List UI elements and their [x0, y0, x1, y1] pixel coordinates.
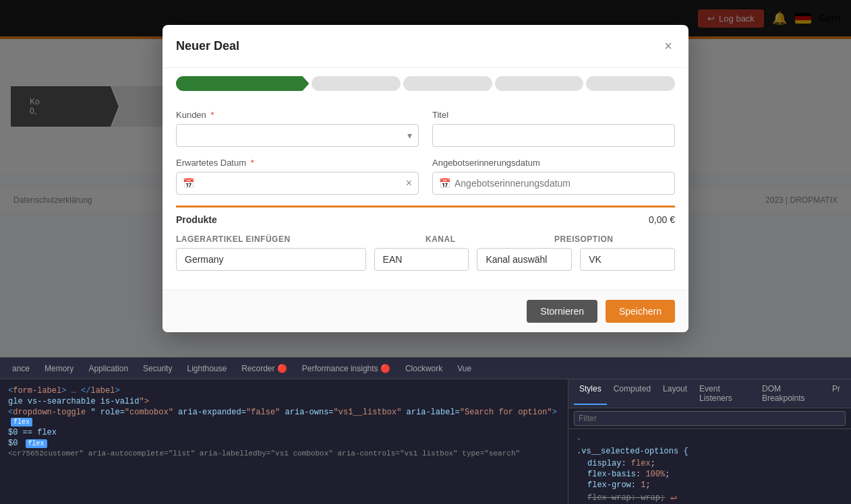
css-selector-1: .vs__selected-options { — [577, 447, 843, 456]
kunden-input[interactable]: Samsung -- Test customer -- testcustomer… — [176, 124, 419, 147]
html-line-5: $0 flex — [8, 439, 560, 448]
devtools-tab-lighthouse[interactable]: Lighthouse — [180, 361, 233, 376]
modal-header: Neuer Deal × — [163, 25, 688, 68]
col-header-channel: Kanal — [426, 234, 546, 244]
products-table-row: Germany EAN Kanal auswähl — [176, 248, 675, 271]
erwartetes-datum-group: Erwartetes Datum * 📅 05-06-2023 × — [176, 158, 419, 195]
css-prop-flex-grow: flex-grow: 1; — [577, 480, 843, 490]
html-line-4: $0 == flex — [8, 428, 560, 437]
ean-select-wrapper: EAN — [374, 248, 469, 271]
kanal-select[interactable]: Kanal auswähl — [477, 248, 572, 271]
step-1 — [176, 76, 309, 91]
strikethrough-arrow-icon: ↩ — [670, 491, 677, 504]
kunden-select-wrapper: Samsung -- Test customer -- testcustomer… — [176, 124, 419, 147]
devtools-tab-ance[interactable]: ance — [5, 361, 36, 376]
step-2 — [312, 76, 401, 91]
devtools-content: <form-label> … </label> gle vs--searchab… — [0, 379, 851, 504]
save-button[interactable]: Speichern — [606, 300, 675, 323]
devtools-tab-performance-insights[interactable]: Performance insights 🔴 — [295, 361, 397, 376]
styles-css-content: - .vs__selected-options { display: flex;… — [568, 429, 851, 504]
styles-tab-dom-breakpoints[interactable]: DOM Breakpoints — [757, 382, 825, 405]
progress-stepper — [163, 68, 688, 99]
devtools-html-panel: <form-label> … </label> gle vs--searchab… — [0, 379, 568, 504]
modal-footer: Stornieren Speichern — [163, 290, 688, 332]
flex-badge-1: flex — [11, 418, 32, 427]
html-line-1: <form-label> … </label> — [8, 386, 560, 396]
modal-body: Kunden * Samsung -- Test customer -- tes… — [163, 99, 688, 290]
step-5 — [586, 76, 675, 91]
kunden-required: * — [210, 110, 214, 120]
products-section: Produkte 0,00 € Lagerartikel einfügen Ka… — [176, 206, 675, 271]
form-row-1: Kunden * Samsung -- Test customer -- tes… — [176, 110, 675, 147]
kanal-select-wrapper: Kanal auswähl — [477, 248, 572, 271]
calendar-icon-2: 📅 — [439, 178, 450, 189]
form-row-2: Erwartetes Datum * 📅 05-06-2023 × Angebo… — [176, 158, 675, 195]
devtools-tab-memory[interactable]: Memory — [38, 361, 80, 376]
styles-tab-pr[interactable]: Pr — [827, 382, 846, 405]
devtools-tab-recorder[interactable]: Recorder 🔴 — [235, 361, 294, 376]
styles-tab-bar: Styles Computed Layout Event Listeners D… — [568, 379, 851, 408]
html-line-2: gle vs--searchable is-valid"> — [8, 397, 560, 406]
styles-tab-styles[interactable]: Styles — [574, 382, 607, 405]
kunden-group: Kunden * Samsung -- Test customer -- tes… — [176, 110, 419, 147]
styles-tab-layout[interactable]: Layout — [657, 382, 693, 405]
ean-select[interactable]: EAN — [374, 248, 469, 271]
vk-select-wrapper: VK — [580, 248, 675, 271]
titel-group: Titel Test customer - Deal — [432, 110, 675, 147]
devtools-styles-panel: Styles Computed Layout Event Listeners D… — [568, 379, 851, 504]
angebotserinnerung-input[interactable] — [432, 172, 675, 195]
devtools-tab-application[interactable]: Application — [82, 361, 135, 376]
html-line-6: <cr75652customer" aria-autocomplete="lis… — [8, 449, 560, 458]
css-dash: - — [577, 435, 843, 444]
modal-overlay: Neuer Deal × Kunden * Samsung -- Te — [0, 0, 851, 357]
devtools-tab-vue[interactable]: Vue — [450, 361, 478, 376]
col-header-article: Lagerartikel einfügen — [176, 234, 417, 244]
css-prop-flex-wrap: flex-wrap: wrap; ↩ — [577, 491, 843, 504]
products-price: 0,00 € — [649, 214, 675, 225]
html-line-3: <dropdown-toggle " role="combobox" aria-… — [8, 408, 560, 427]
col-header-price-option: Preisoption — [554, 234, 675, 244]
modal-dialog: Neuer Deal × Kunden * Samsung -- Te — [163, 25, 688, 332]
country-select-wrapper: Germany — [176, 248, 366, 271]
devtools-tab-bar: ance Memory Application Security Lightho… — [0, 358, 851, 379]
titel-label: Titel — [432, 110, 675, 120]
step-3 — [403, 76, 492, 91]
vk-select[interactable]: VK — [580, 248, 675, 271]
styles-tab-computed[interactable]: Computed — [608, 382, 656, 405]
kunden-label: Kunden * — [176, 110, 419, 120]
products-table-header: Lagerartikel einfügen Kanal Preisoption — [176, 230, 675, 248]
date-clear-button-1[interactable]: × — [406, 177, 412, 189]
erwartetes-datum-label: Erwartetes Datum * — [176, 158, 419, 168]
titel-input[interactable]: Test customer - Deal — [432, 124, 675, 147]
date-input-wrapper-2: 📅 — [432, 172, 675, 195]
devtools-tab-clockwork[interactable]: Clockwork — [399, 361, 449, 376]
css-prop-display: display: flex; — [577, 459, 843, 468]
step-4 — [495, 76, 584, 91]
angebotserinnerung-label: Angebotserinnerungsdatum — [432, 158, 675, 168]
modal-title: Neuer Deal — [176, 39, 239, 53]
calendar-icon-1: 📅 — [183, 178, 194, 189]
styles-tab-event-listeners[interactable]: Event Listeners — [694, 382, 755, 405]
datum-required: * — [251, 158, 254, 168]
modal-close-button[interactable]: × — [662, 36, 675, 57]
filter-input[interactable] — [574, 411, 846, 426]
filter-bar — [568, 408, 851, 429]
devtools-panel: ance Memory Application Security Lightho… — [0, 357, 851, 504]
products-title: Produkte — [176, 214, 217, 225]
products-header: Produkte 0,00 € — [176, 208, 675, 230]
css-prop-flex-basis: flex-basis: 100%; — [577, 470, 843, 479]
country-select[interactable]: Germany — [176, 248, 366, 271]
angebotserinnerung-group: Angebotserinnerungsdatum 📅 — [432, 158, 675, 195]
devtools-tab-security[interactable]: Security — [136, 361, 179, 376]
cancel-button[interactable]: Stornieren — [527, 300, 597, 323]
date-input-wrapper-1: 📅 05-06-2023 × — [176, 172, 419, 195]
erwartetes-datum-input[interactable]: 05-06-2023 — [176, 172, 419, 195]
flex-badge-2: flex — [26, 439, 47, 448]
